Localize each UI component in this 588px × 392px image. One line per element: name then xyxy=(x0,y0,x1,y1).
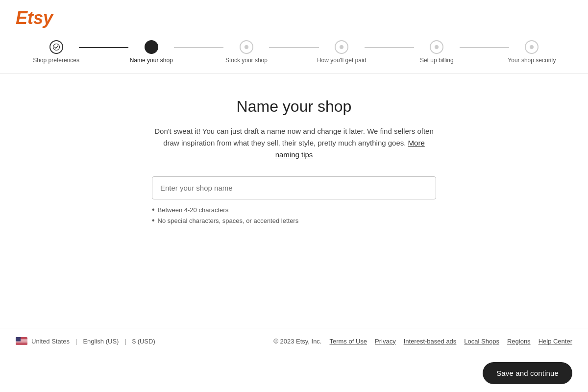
step-shop-preferences: Shop preferences xyxy=(31,40,81,64)
stepper: Shop preferences Name your shop Stock yo xyxy=(16,40,572,74)
footer-locale-text: United States xyxy=(31,338,70,345)
bottom-bar: Save and continue xyxy=(0,354,588,392)
step-label-2: Name your shop xyxy=(130,57,173,64)
save-continue-button[interactable]: Save and continue xyxy=(483,362,572,384)
footer-privacy-link[interactable]: Privacy xyxy=(375,338,396,345)
footer: United States | English (US) | $ (USD) ©… xyxy=(0,328,588,354)
footer-local-shops-link[interactable]: Local Shops xyxy=(464,338,499,345)
hint-special-chars: No special characters, spaces, or accent… xyxy=(152,216,436,225)
shop-name-input[interactable] xyxy=(152,176,436,199)
footer-copyright: © 2023 Etsy, Inc. xyxy=(273,338,321,345)
us-flag-icon xyxy=(16,337,27,345)
stepper-steps: Shop preferences Name your shop Stock yo xyxy=(31,40,557,74)
step-shop-security: Your shop security xyxy=(507,40,557,64)
etsy-logo: Etsy xyxy=(16,8,53,28)
step-label-6: Your shop security xyxy=(508,57,556,64)
step-label-1: Shop preferences xyxy=(33,57,79,64)
footer-terms-link[interactable]: Terms of Use xyxy=(329,338,367,345)
step-label-3: Stock your shop xyxy=(225,57,268,64)
step-stock-your-shop: Stock your shop xyxy=(221,40,271,64)
step-label-4: How you'll get paid xyxy=(317,57,366,64)
svg-rect-13 xyxy=(16,344,27,345)
shop-name-input-wrapper xyxy=(152,176,436,199)
footer-links: © 2023 Etsy, Inc. Terms of Use Privacy I… xyxy=(273,338,572,345)
footer-regions-link[interactable]: Regions xyxy=(507,338,531,345)
svg-rect-9 xyxy=(16,342,27,343)
svg-rect-8 xyxy=(16,342,27,342)
step-circle-1 xyxy=(49,40,63,54)
step-circle-3 xyxy=(240,40,253,54)
step-circle-2 xyxy=(145,40,158,54)
svg-rect-12 xyxy=(16,344,27,344)
main-content: Name your shop Don't sweat it! You can j… xyxy=(0,74,588,328)
footer-language: English (US) xyxy=(83,338,119,345)
svg-rect-11 xyxy=(16,343,27,343)
step-set-up-billing: Set up billing xyxy=(412,40,462,64)
step-circle-6 xyxy=(525,40,539,54)
footer-interest-ads-link[interactable]: Interest-based ads xyxy=(404,338,457,345)
footer-help-link[interactable]: Help Center xyxy=(539,338,572,345)
svg-rect-10 xyxy=(16,343,27,343)
page-title: Name your shop xyxy=(237,98,352,116)
hint-characters: Between 4-20 characters xyxy=(152,205,436,214)
footer-locale: United States | English (US) | $ (USD) xyxy=(16,337,155,345)
description: Don't sweat it! You can just draft a nam… xyxy=(152,125,436,161)
header: Etsy Shop preferences xyxy=(0,0,588,74)
step-circle-4 xyxy=(335,40,348,54)
svg-rect-14 xyxy=(16,337,21,342)
step-how-youll-get-paid: How you'll get paid xyxy=(317,40,367,64)
svg-point-0 xyxy=(53,44,59,50)
step-circle-5 xyxy=(430,40,443,54)
step-name-your-shop: Name your shop xyxy=(126,40,176,64)
footer-currency: $ (USD) xyxy=(132,338,155,345)
description-text: Don't sweat it! You can just draft a nam… xyxy=(154,127,434,147)
hints-list: Between 4-20 characters No special chara… xyxy=(152,205,436,227)
step-label-5: Set up billing xyxy=(420,57,454,64)
